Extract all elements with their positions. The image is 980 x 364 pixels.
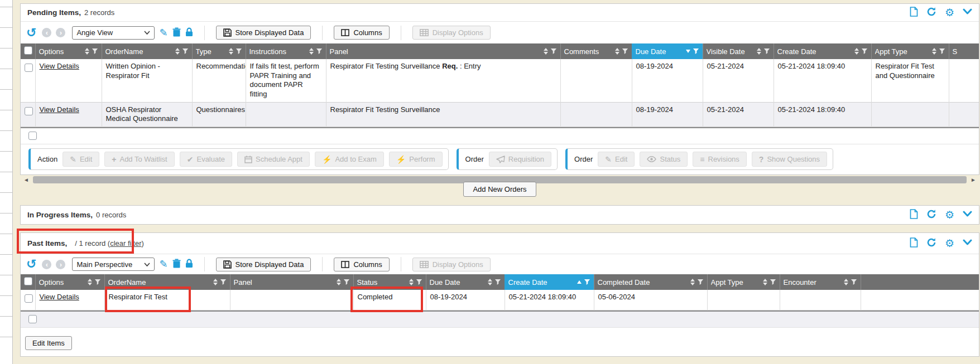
col-ordername[interactable]: OrderName bbox=[102, 43, 192, 59]
sort-icon[interactable] bbox=[85, 48, 89, 55]
filter-icon[interactable] bbox=[220, 279, 227, 285]
next-view-icon[interactable]: › bbox=[56, 28, 65, 37]
evaluate-button[interactable]: ✔Evaluate bbox=[180, 152, 232, 167]
display-options-button[interactable]: Display Options bbox=[412, 258, 491, 271]
col-options[interactable]: Options bbox=[35, 43, 102, 59]
filter-icon[interactable] bbox=[764, 48, 770, 55]
refresh-icon[interactable] bbox=[926, 209, 936, 221]
undo-icon[interactable]: ↺ bbox=[26, 27, 36, 39]
col-create-date-sorted[interactable]: Create Date bbox=[505, 274, 594, 290]
next-view-icon[interactable]: › bbox=[56, 260, 65, 269]
sort-icon[interactable] bbox=[615, 48, 619, 55]
filter-icon[interactable] bbox=[316, 48, 323, 55]
prev-view-icon[interactable]: ‹ bbox=[42, 260, 51, 269]
filter-icon[interactable] bbox=[551, 48, 557, 55]
gear-icon[interactable]: ⚙ bbox=[945, 7, 954, 18]
col-visible-date[interactable]: Visible Date bbox=[703, 43, 774, 59]
col-type[interactable]: Type bbox=[192, 43, 246, 59]
col-completed-date[interactable]: Completed Date bbox=[594, 274, 707, 290]
add-to-exam-button[interactable]: ⚡Add to Exam bbox=[315, 152, 384, 167]
sort-icon[interactable] bbox=[409, 279, 414, 285]
view-details-link[interactable]: View Details bbox=[40, 62, 79, 70]
edit-view-pencil-icon[interactable]: ✎ bbox=[159, 28, 167, 38]
filter-icon[interactable] bbox=[622, 48, 628, 55]
gear-icon[interactable]: ⚙ bbox=[945, 210, 954, 220]
edit-button[interactable]: ✎Edit bbox=[63, 152, 99, 167]
select-all-checkbox[interactable] bbox=[24, 46, 32, 55]
edit-items-button[interactable]: Edit Items bbox=[25, 336, 72, 350]
view-select[interactable]: Angie View bbox=[72, 26, 155, 40]
export-document-icon[interactable] bbox=[910, 237, 918, 249]
col-appt-type[interactable]: Appt Type bbox=[707, 274, 780, 290]
prev-view-icon[interactable]: ‹ bbox=[42, 28, 51, 37]
perform-button[interactable]: ⚡Perform bbox=[389, 152, 443, 167]
sort-icon[interactable] bbox=[854, 48, 859, 55]
edit-view-pencil-icon[interactable]: ✎ bbox=[159, 259, 167, 269]
export-document-icon[interactable] bbox=[910, 7, 918, 18]
sort-icon[interactable] bbox=[932, 48, 936, 55]
filter-icon[interactable] bbox=[416, 279, 422, 285]
sort-icon[interactable] bbox=[337, 279, 341, 285]
sort-icon[interactable] bbox=[544, 48, 548, 55]
sort-asc-icon[interactable] bbox=[577, 280, 582, 284]
filter-icon[interactable] bbox=[92, 48, 98, 55]
col-status[interactable]: Status bbox=[353, 274, 426, 290]
store-displayed-data-button[interactable]: Store Displayed Data bbox=[216, 26, 311, 40]
sort-icon[interactable] bbox=[763, 279, 767, 285]
clear-filter-link[interactable]: clear filter bbox=[110, 239, 141, 247]
filter-icon[interactable] bbox=[939, 48, 945, 55]
col-appt-type[interactable]: Appt Type bbox=[871, 43, 949, 59]
filter-icon[interactable] bbox=[693, 48, 699, 55]
col-encounter[interactable]: Encounter bbox=[780, 274, 861, 290]
col-due-date-sorted[interactable]: Due Date bbox=[632, 43, 703, 59]
row-checkbox[interactable] bbox=[25, 294, 33, 303]
filter-icon[interactable] bbox=[495, 279, 501, 285]
sort-icon[interactable] bbox=[175, 48, 180, 55]
lock-view-icon[interactable] bbox=[185, 27, 193, 38]
col-comments[interactable]: Comments bbox=[560, 43, 632, 59]
select-all-checkbox-cell[interactable] bbox=[21, 274, 35, 290]
delete-view-trash-icon[interactable] bbox=[172, 259, 181, 270]
order-edit-button[interactable]: ✎Edit bbox=[598, 152, 635, 167]
columns-button[interactable]: Columns bbox=[334, 258, 389, 271]
columns-button[interactable]: Columns bbox=[334, 26, 389, 40]
delete-view-trash-icon[interactable] bbox=[172, 27, 181, 38]
col-panel[interactable]: Panel bbox=[230, 274, 353, 290]
refresh-icon[interactable] bbox=[926, 7, 936, 18]
perspective-select[interactable]: Main Perspective bbox=[72, 258, 155, 271]
sort-icon[interactable] bbox=[844, 279, 848, 285]
view-details-link[interactable]: View Details bbox=[40, 105, 79, 114]
lock-view-icon[interactable] bbox=[185, 259, 193, 270]
revisions-button[interactable]: ≡Revisions bbox=[693, 152, 747, 167]
schedule-appt-button[interactable]: Schedule Appt bbox=[237, 152, 310, 167]
store-displayed-data-button[interactable]: Store Displayed Data bbox=[216, 258, 311, 271]
footer-checkbox[interactable] bbox=[28, 132, 37, 140]
refresh-icon[interactable] bbox=[926, 237, 936, 249]
sort-desc-icon[interactable] bbox=[686, 50, 690, 53]
sort-icon[interactable] bbox=[213, 279, 218, 285]
filter-icon[interactable] bbox=[344, 279, 350, 285]
status-button[interactable]: Status bbox=[640, 152, 688, 167]
col-instructions[interactable]: Instructions bbox=[246, 43, 326, 59]
filter-icon[interactable] bbox=[236, 48, 242, 55]
filter-icon[interactable] bbox=[862, 48, 868, 55]
view-details-link[interactable]: View Details bbox=[40, 293, 79, 301]
col-panel[interactable]: Panel bbox=[326, 43, 560, 59]
collapse-chevron-icon[interactable] bbox=[963, 8, 972, 17]
col-options[interactable]: Options bbox=[35, 274, 104, 290]
filter-icon[interactable] bbox=[770, 279, 776, 285]
sort-icon[interactable] bbox=[88, 279, 92, 285]
requisition-button[interactable]: Requisition bbox=[489, 152, 551, 167]
col-ordername[interactable]: OrderName bbox=[104, 274, 230, 290]
select-all-checkbox-cell[interactable] bbox=[21, 43, 35, 59]
filter-icon[interactable] bbox=[182, 48, 189, 55]
col-cutoff[interactable]: S bbox=[949, 43, 979, 59]
col-create-date[interactable]: Create Date bbox=[774, 43, 871, 59]
sort-icon[interactable] bbox=[690, 279, 695, 285]
col-due-date[interactable]: Due Date bbox=[426, 274, 505, 290]
filter-icon[interactable] bbox=[584, 279, 590, 285]
add-new-orders-button[interactable]: Add New Orders bbox=[463, 182, 536, 197]
display-options-button[interactable]: Display Options bbox=[412, 26, 491, 40]
collapse-chevron-icon[interactable] bbox=[963, 211, 972, 219]
footer-checkbox[interactable] bbox=[28, 315, 37, 323]
